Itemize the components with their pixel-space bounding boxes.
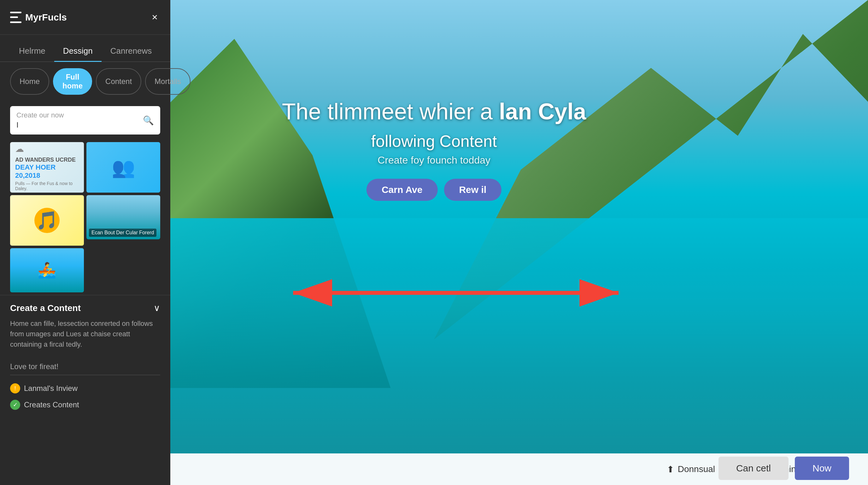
create-title: Create a Content bbox=[10, 303, 81, 313]
cloud-icon: ☁ bbox=[15, 144, 79, 154]
subtab-home[interactable]: Home bbox=[10, 68, 49, 95]
sub-tabs: Home Full home Content Mortalls bbox=[0, 62, 170, 101]
upload-label: Donnsual bbox=[678, 464, 715, 474]
beach2-icon: 🚣 bbox=[37, 261, 57, 279]
ad-text3: Pulls — For the Fus & now to Daley. bbox=[15, 181, 79, 191]
hero-desc: Create foy founch todday bbox=[282, 154, 586, 166]
ad-text2: DEAY HOER 20,2018 bbox=[15, 163, 79, 180]
upload-icon: ⬆ bbox=[667, 464, 674, 475]
arrow-indicator bbox=[260, 267, 651, 319]
love-label: Love tor fireat! bbox=[10, 362, 160, 375]
close-button[interactable]: × bbox=[149, 9, 160, 26]
image-grid: ☁ AD WANDERS UCRDE DEAY HOER 20,2018 Pul… bbox=[0, 140, 170, 295]
search-container: Create our now I 🔍 bbox=[0, 101, 170, 140]
subtab-content[interactable]: Content bbox=[96, 68, 141, 95]
hero-subtitle: following Content bbox=[282, 132, 586, 151]
sidebar-header: MyrFucls × bbox=[0, 0, 170, 35]
grid-item-group[interactable]: 👥 bbox=[86, 142, 160, 193]
now-button[interactable]: Now bbox=[795, 457, 849, 480]
search-input-area: Create our now I bbox=[17, 111, 139, 130]
hero-buttons: Carn Ave Rew il bbox=[282, 179, 586, 201]
warning-icon: ! bbox=[10, 383, 20, 394]
bottom-right-buttons: Can cetl Now bbox=[718, 457, 849, 480]
cancel-button[interactable]: Can cetl bbox=[718, 457, 788, 480]
grid-item-music[interactable]: 🎵 bbox=[10, 195, 84, 246]
subtab-mortalls[interactable]: Mortalls bbox=[145, 68, 190, 95]
create-content-section: Create a Content ∨ Home can fille, lesse… bbox=[0, 295, 170, 357]
love-section: Love tor fireat! ! Lanmal's Inview ✓ Cre… bbox=[0, 357, 170, 418]
check-icon: ✓ bbox=[10, 400, 20, 410]
chevron-down-icon: ∨ bbox=[154, 303, 160, 313]
grid-item-ad[interactable]: ☁ AD WANDERS UCRDE DEAY HOER 20,2018 Pul… bbox=[10, 142, 84, 193]
main-tabs: Helrme Dessign Canrenews bbox=[0, 35, 170, 62]
list-item-lanmal[interactable]: ! Lanmal's Inview bbox=[10, 380, 160, 397]
ad-text1: AD WANDERS UCRDE bbox=[15, 156, 79, 163]
search-label: Create our now bbox=[17, 111, 139, 119]
search-icon: 🔍 bbox=[143, 116, 154, 125]
tab-canrenews[interactable]: Canrenews bbox=[101, 41, 161, 62]
creates-label: Creates Content bbox=[24, 400, 79, 409]
tab-dessign[interactable]: Dessign bbox=[54, 41, 101, 62]
grid-item-beach1[interactable]: Ecan Bout Der Cular Forerd bbox=[86, 195, 160, 239]
app-logo: MyrFucls bbox=[10, 12, 67, 23]
sidebar: MyrFucls × Helrme Dessign Canrenews Home… bbox=[0, 0, 170, 485]
beach1-label: Ecan Bout Der Cular Forerd bbox=[89, 229, 156, 237]
app-title: MyrFucls bbox=[25, 12, 67, 23]
hero-section: The tlimmeet whier a lan Cyla following … bbox=[282, 97, 586, 201]
group-people-icon: 👥 bbox=[112, 156, 135, 179]
subtab-full-home[interactable]: Full home bbox=[53, 68, 92, 95]
logo-icon bbox=[10, 12, 22, 23]
music-note-icon: 🎵 bbox=[34, 208, 60, 233]
create-header[interactable]: Create a Content ∨ bbox=[10, 303, 160, 313]
tab-helrme[interactable]: Helrme bbox=[10, 41, 54, 62]
search-box[interactable]: Create our now I 🔍 bbox=[10, 106, 160, 135]
rew-il-button[interactable]: Rew il bbox=[444, 179, 501, 201]
search-button[interactable]: 🔍 bbox=[143, 115, 154, 126]
list-item-creates[interactable]: ✓ Creates Content bbox=[10, 397, 160, 413]
carn-ave-button[interactable]: Carn Ave bbox=[367, 179, 438, 201]
upload-item: ⬆ Donnsual bbox=[667, 464, 715, 475]
grid-item-beach2[interactable]: 🚣 bbox=[10, 248, 84, 292]
create-description: Home can fille, lessection conrerted on … bbox=[10, 318, 160, 349]
lanmal-label: Lanmal's Inview bbox=[24, 384, 78, 393]
hero-title: The tlimmeet whier a lan Cyla bbox=[282, 97, 586, 126]
search-cursor: I bbox=[17, 121, 139, 130]
